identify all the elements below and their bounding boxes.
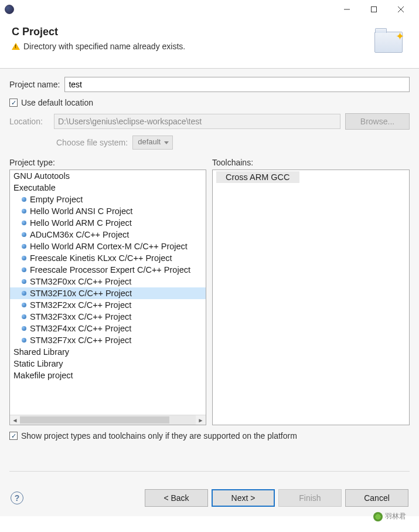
project-name-label: Project name: bbox=[9, 80, 60, 89]
project-type-tree[interactable]: GNU AutotoolsExecutableEmpty ProjectHell… bbox=[9, 170, 206, 425]
warning-icon bbox=[12, 43, 20, 50]
project-bullet-icon bbox=[22, 314, 26, 319]
tree-item-label: ADuCM36x C/C++ Project bbox=[30, 230, 129, 239]
browse-button: Browse... bbox=[345, 113, 410, 130]
tree-item-label: GNU Autotools bbox=[13, 171, 70, 181]
scroll-right-icon[interactable]: ► bbox=[196, 415, 206, 425]
svg-rect-1 bbox=[372, 7, 377, 12]
project-type-item[interactable]: Freescale Kinetis KLxx C/C++ Project bbox=[10, 252, 206, 264]
tree-item-label: STM32F7xx C/C++ Project bbox=[30, 336, 131, 345]
project-bullet-icon bbox=[22, 279, 26, 284]
project-type-item[interactable]: Makefile project bbox=[10, 370, 206, 381]
project-type-label: Project type: bbox=[9, 158, 206, 167]
use-default-location-label: Use default location bbox=[21, 98, 93, 107]
tree-item-label: STM32F0xx C/C++ Project bbox=[30, 277, 131, 286]
project-bullet-icon bbox=[22, 244, 26, 249]
project-type-item[interactable]: Executable bbox=[10, 182, 206, 194]
titlebar[interactable] bbox=[0, 0, 419, 19]
tree-item-label: STM32F10x C/C++ Project bbox=[30, 289, 132, 298]
tree-item-label: STM32F2xx C/C++ Project bbox=[30, 300, 131, 310]
project-type-item[interactable]: Static Library bbox=[10, 358, 206, 370]
wizard-header: C Project Directory with specified name … bbox=[0, 19, 419, 69]
close-button[interactable] bbox=[387, 0, 414, 19]
filesystem-select: default bbox=[132, 135, 173, 150]
project-bullet-icon bbox=[22, 267, 26, 272]
tree-item-label: Freescale Processor Expert C/C++ Project bbox=[30, 265, 190, 275]
show-supported-checkbox[interactable]: ✓ bbox=[9, 432, 18, 440]
tree-item-label: STM32F3xx C/C++ Project bbox=[30, 312, 131, 321]
project-bullet-icon bbox=[22, 303, 26, 307]
project-bullet-icon bbox=[22, 338, 26, 343]
project-type-item[interactable]: STM32F4xx C/C++ Project bbox=[10, 323, 206, 334]
eclipse-icon bbox=[5, 5, 14, 14]
project-bullet-icon bbox=[22, 232, 26, 237]
maximize-button[interactable] bbox=[360, 0, 387, 19]
tree-item-label: Executable bbox=[13, 183, 56, 192]
next-button[interactable]: Next > bbox=[212, 489, 275, 507]
scroll-left-icon[interactable]: ◄ bbox=[10, 415, 20, 425]
project-name-input[interactable] bbox=[64, 77, 410, 92]
tree-item-label: Shared Library bbox=[13, 347, 69, 357]
minimize-button[interactable] bbox=[333, 0, 360, 19]
tree-item-label: Makefile project bbox=[13, 371, 73, 380]
help-icon[interactable]: ? bbox=[11, 492, 23, 504]
tree-item-label: Freescale Kinetis KLxx C/C++ Project bbox=[30, 253, 172, 263]
tree-item-label: Static Library bbox=[13, 359, 63, 368]
scroll-thumb[interactable] bbox=[20, 416, 169, 423]
project-type-item[interactable]: STM32F10x C/C++ Project bbox=[10, 287, 206, 299]
back-button[interactable]: < Back bbox=[145, 489, 208, 507]
use-default-location-checkbox[interactable]: ✓ bbox=[9, 99, 18, 107]
tree-item-label: Hello World ANSI C Project bbox=[30, 206, 132, 216]
wizard-banner-icon: ✦ bbox=[374, 26, 407, 59]
cancel-button[interactable]: Cancel bbox=[345, 489, 408, 507]
toolchain-item[interactable]: Cross ARM GCC bbox=[216, 171, 299, 183]
project-bullet-icon bbox=[22, 291, 26, 296]
tree-item-label: Hello World ARM Cortex-M C/C++ Project bbox=[30, 242, 188, 251]
project-type-item[interactable]: Empty Project bbox=[10, 194, 206, 205]
page-title: C Project bbox=[12, 26, 367, 38]
tree-item-label: STM32F4xx C/C++ Project bbox=[30, 324, 131, 333]
warning-message: Directory with specified name already ex… bbox=[23, 42, 185, 51]
project-type-item[interactable]: STM32F0xx C/C++ Project bbox=[10, 276, 206, 287]
project-bullet-icon bbox=[22, 256, 26, 260]
horizontal-scrollbar[interactable]: ◄ ► bbox=[10, 415, 206, 425]
project-type-item[interactable]: GNU Autotools bbox=[10, 170, 206, 182]
tree-item-label: Empty Project bbox=[30, 195, 83, 204]
project-type-item[interactable]: STM32F3xx C/C++ Project bbox=[10, 311, 206, 323]
wizard-footer: ? < Back Next > Finish Cancel bbox=[0, 480, 419, 516]
scroll-track[interactable] bbox=[20, 415, 196, 425]
project-bullet-icon bbox=[22, 326, 26, 331]
project-type-item[interactable]: Shared Library bbox=[10, 346, 206, 358]
project-type-item[interactable]: STM32F2xx C/C++ Project bbox=[10, 299, 206, 311]
project-type-item[interactable]: Hello World ARM Cortex-M C/C++ Project bbox=[10, 240, 206, 252]
toolchains-label: Toolchains: bbox=[212, 158, 410, 167]
wizard-content: Project name: ✓ Use default location Loc… bbox=[0, 69, 419, 480]
project-type-item[interactable]: Hello World ANSI C Project bbox=[10, 205, 206, 217]
toolchains-list[interactable]: Cross ARM GCC bbox=[212, 170, 410, 425]
location-label: Location: bbox=[9, 117, 49, 126]
project-type-item[interactable]: Freescale Processor Expert C/C++ Project bbox=[10, 264, 206, 276]
tree-item-label: Hello World ARM C Project bbox=[30, 218, 132, 228]
project-type-item[interactable]: STM32F7xx C/C++ Project bbox=[10, 334, 206, 346]
window-controls bbox=[333, 0, 414, 19]
project-type-item[interactable]: ADuCM36x C/C++ Project bbox=[10, 229, 206, 240]
project-bullet-icon bbox=[22, 197, 26, 202]
project-bullet-icon bbox=[22, 209, 26, 214]
choose-filesystem-label: Choose file system: bbox=[56, 138, 128, 147]
project-bullet-icon bbox=[22, 221, 26, 225]
project-type-item[interactable]: Hello World ARM C Project bbox=[10, 217, 206, 229]
show-supported-label: Show project types and toolchains only i… bbox=[21, 431, 297, 440]
location-input bbox=[54, 114, 340, 129]
finish-button: Finish bbox=[278, 489, 342, 507]
